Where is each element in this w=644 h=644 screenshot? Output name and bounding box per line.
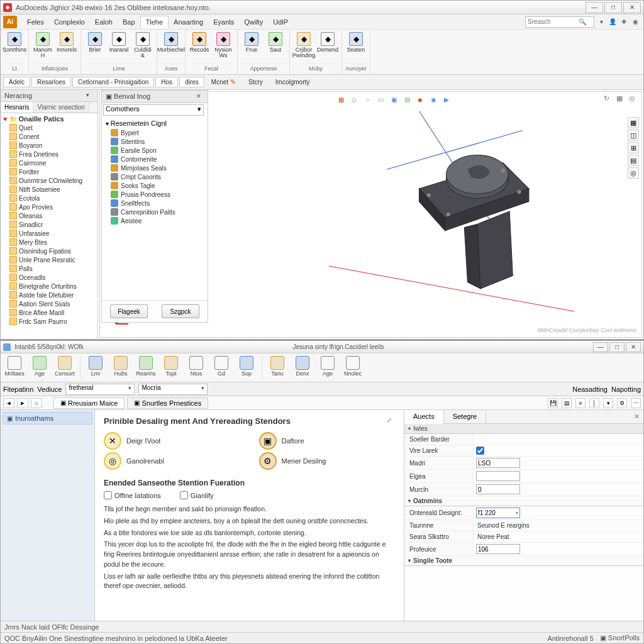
lr-hubs[interactable]: Hubs bbox=[108, 355, 133, 380]
vp-icon-1[interactable]: ◇ bbox=[349, 94, 359, 104]
ribbon-murbiechel[interactable]: ◆Murbiechel bbox=[160, 31, 182, 64]
tree-item[interactable]: Apo Provies bbox=[2, 203, 96, 211]
tree-item[interactable]: Astde fale Dletubier bbox=[2, 291, 96, 299]
insp-item[interactable]: Sooks Tagle bbox=[111, 181, 206, 190]
prop-tab-1[interactable]: Auects bbox=[404, 410, 444, 424]
vp-tool-grid-icon[interactable]: ▦ bbox=[616, 94, 625, 103]
lr-age[interactable]: Age bbox=[27, 355, 52, 380]
vp-right-icon-4[interactable]: ◎ bbox=[628, 167, 639, 179]
tree-item[interactable]: Mery Btes bbox=[2, 238, 96, 247]
nav-tool-save-icon[interactable]: 💾 bbox=[548, 398, 558, 408]
tree-item[interactable]: Binetgrahe Orturitins bbox=[2, 282, 96, 291]
app-box[interactable]: Ai bbox=[3, 16, 17, 28]
prop-value[interactable]: f1 220 bbox=[474, 506, 643, 520]
nav-tool-more-icon[interactable]: ⋯ bbox=[631, 398, 641, 408]
sub-hos[interactable]: Hos bbox=[155, 77, 178, 87]
insp-item[interactable]: Contornenite bbox=[111, 155, 206, 164]
nav-home-button[interactable]: ⌂ bbox=[31, 398, 42, 408]
nav-tool-list-icon[interactable]: ≡ bbox=[575, 398, 586, 408]
plus-icon[interactable]: ✚ bbox=[619, 18, 628, 26]
tree-item[interactable]: Quet bbox=[2, 123, 96, 132]
lower-close-button[interactable]: ✕ bbox=[626, 342, 641, 352]
option-deigr-ivoot[interactable]: ✕Deigr IVoot bbox=[104, 432, 240, 450]
sub-resarloes[interactable]: Resarloes bbox=[31, 77, 71, 87]
tree-item[interactable]: Ocenadls bbox=[2, 273, 96, 282]
menu-anaarting[interactable]: Anaarting bbox=[169, 16, 208, 28]
sub-mcnet[interactable]: Mcnet ✎ bbox=[206, 76, 242, 88]
ribbon-manom-h[interactable]: ◆Manom H bbox=[31, 31, 54, 64]
vp-icon-2[interactable]: ○ bbox=[362, 94, 372, 104]
nav-tool-gear-icon[interactable]: ⚙ bbox=[617, 398, 627, 408]
lr-sop[interactable]: Sop bbox=[234, 355, 259, 380]
lr-lnv[interactable]: Lnv bbox=[83, 355, 108, 380]
prop-section-3[interactable]: Singile Toote bbox=[404, 556, 643, 566]
prop-value[interactable] bbox=[474, 483, 643, 496]
lr-rearins[interactable]: Rearins bbox=[133, 355, 158, 380]
tree-item[interactable]: Aation Slent Ssals bbox=[2, 299, 96, 308]
tree-item[interactable]: Brce Aflee Manll bbox=[2, 308, 96, 317]
sub-adelc[interactable]: Adelc bbox=[3, 77, 30, 87]
sub-dires[interactable]: dires bbox=[179, 77, 204, 87]
maximize-button[interactable]: □ bbox=[604, 2, 622, 13]
vp-right-icon-0[interactable]: ▦ bbox=[628, 117, 639, 128]
insp-item[interactable]: Mimjolaes Seals bbox=[111, 164, 206, 172]
prop-section-2[interactable]: Oatnmins bbox=[404, 496, 643, 506]
tree-item[interactable]: Palls bbox=[2, 264, 96, 273]
prop-value[interactable] bbox=[474, 445, 643, 457]
tree-tab-2[interactable]: Viarnic snsection bbox=[33, 102, 89, 113]
tree-item[interactable]: Frea Dnetines bbox=[2, 150, 96, 158]
ribbon-frue[interactable]: ◆Frue bbox=[240, 31, 263, 64]
tree-item[interactable]: Ounrntrse COnwileting bbox=[2, 176, 96, 185]
prop-value[interactable] bbox=[474, 543, 643, 556]
nav-fwd-button[interactable]: ► bbox=[17, 398, 28, 408]
person-icon[interactable]: 👤 bbox=[608, 18, 617, 26]
help-icon[interactable]: ◉ bbox=[631, 18, 640, 26]
lower-minimize-button[interactable]: — bbox=[593, 342, 608, 352]
vp-right-icon-3[interactable]: ▤ bbox=[628, 155, 639, 166]
insp-item[interactable]: Aeistee bbox=[111, 216, 206, 225]
prop-section-1[interactable]: Iwles bbox=[404, 424, 643, 434]
inspector-btn-2[interactable]: Szgpck bbox=[162, 304, 199, 318]
lr-mnltaes[interactable]: Mnltaes bbox=[2, 355, 27, 380]
lr-tanu[interactable]: Tanu bbox=[265, 355, 290, 380]
vp-icon-3[interactable]: ▭ bbox=[375, 94, 386, 104]
menu-bap[interactable]: Bap bbox=[118, 16, 140, 28]
prop-tab-2[interactable]: Setegre bbox=[444, 410, 487, 423]
vp-tool-target-icon[interactable]: ◎ bbox=[629, 94, 638, 103]
vp-icon-5[interactable]: ▤ bbox=[402, 94, 412, 104]
tree-item[interactable]: Conent bbox=[2, 132, 96, 141]
lower-maximize-button[interactable]: □ bbox=[609, 342, 625, 352]
vp-icon-6[interactable]: ◆ bbox=[415, 94, 425, 104]
option-ganolrenabl[interactable]: ◎Ganolrenabl bbox=[104, 452, 240, 470]
menu-feles[interactable]: Feles bbox=[22, 16, 49, 28]
vp-icon-0[interactable]: ▦ bbox=[336, 94, 346, 104]
ribbon-nysion-ws[interactable]: ◆Nysion Ws bbox=[212, 31, 235, 64]
menu-tlehe[interactable]: Tlehe bbox=[140, 16, 169, 28]
prop-value[interactable] bbox=[474, 470, 643, 483]
insp-item[interactable]: Snelltfects bbox=[111, 199, 206, 208]
menu-eyanls[interactable]: Eyanls bbox=[208, 16, 239, 28]
tree-item[interactable]: Cairmone bbox=[2, 158, 96, 167]
ribbon-brier[interactable]: ◆Brier bbox=[84, 31, 106, 64]
inspector-root[interactable]: Resemietein Cignl bbox=[111, 119, 167, 127]
expand-icon[interactable]: ⤢ bbox=[386, 416, 395, 425]
ribbon-recods[interactable]: ◆Recods bbox=[188, 31, 211, 64]
tree-item[interactable]: Fordter bbox=[2, 167, 96, 176]
insp-item[interactable]: Camrepnition Paitls bbox=[111, 208, 206, 216]
ribbon-seaten[interactable]: ◆Seaten bbox=[345, 31, 367, 64]
tree-dropdown-icon[interactable]: ▾ bbox=[86, 92, 94, 99]
sub-cetlornand-prinsigaition[interactable]: Cetlornand - Prinsigaition bbox=[72, 77, 154, 87]
tree-item[interactable]: Unfarasiee bbox=[2, 229, 96, 238]
chk-gianlify[interactable]: Gianlify bbox=[180, 491, 214, 499]
tree-item[interactable]: Unle Prane Resratic bbox=[2, 255, 96, 264]
lr-censort[interactable]: Censort bbox=[52, 355, 77, 380]
vp-right-icon-2[interactable]: ⊞ bbox=[628, 142, 639, 153]
caret-down-icon[interactable]: ▾ bbox=[597, 18, 606, 26]
sidebar-item-1[interactable]: ▣ Inuroathams bbox=[3, 412, 92, 425]
tree-item[interactable]: Oisnindug Fipatios bbox=[2, 247, 96, 255]
inspector-btn-1[interactable]: Flageek bbox=[110, 304, 148, 318]
nav-tab-1[interactable]: ▣ Rreusiam Maice bbox=[53, 397, 125, 409]
menu-udlp[interactable]: UdlP bbox=[268, 16, 293, 28]
lr-denx[interactable]: Denx bbox=[290, 355, 315, 380]
vp-tool-reset-icon[interactable]: ↻ bbox=[604, 94, 613, 103]
